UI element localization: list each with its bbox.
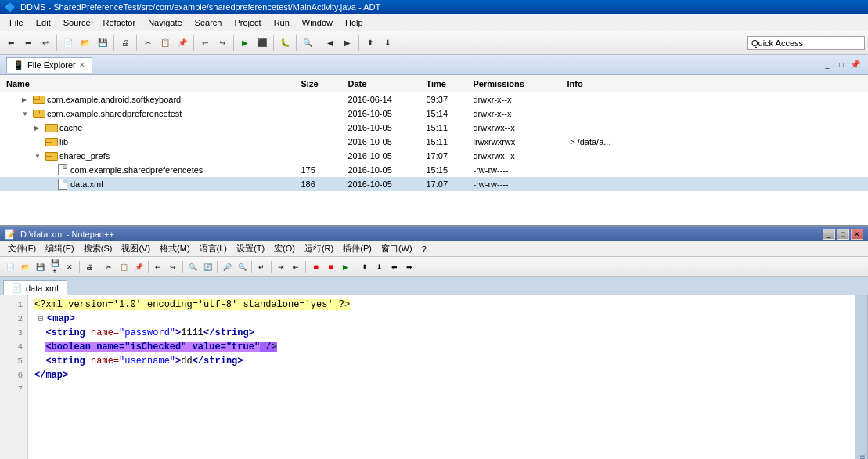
np-unindent[interactable]: ⇤ [289,260,303,274]
toolbar-btn-next[interactable]: ▶ [340,35,355,51]
file-tab-data-xml[interactable]: 📄 data.xml [3,280,67,295]
line-num-6: 6 [0,368,27,382]
np-menu-lang[interactable]: 语言(L) [195,242,232,255]
np-redo[interactable]: ↪ [166,260,180,274]
np-sync2[interactable]: ⬇ [373,260,387,274]
menu-run[interactable]: Run [268,16,296,29]
menu-refactor[interactable]: Refactor [97,16,142,29]
toolbar-btn-nav1[interactable]: ⬆ [362,35,378,51]
np-paste[interactable]: 📌 [131,260,146,274]
np-zoom-in[interactable]: 🔎 [220,260,234,274]
file-explorer-tab[interactable]: 📱 File Explorer ✕ [6,57,92,73]
np-close[interactable]: ✕ [63,260,77,274]
notepad-restore-btn[interactable]: □ [837,229,849,240]
np-save-all[interactable]: 💾+ [48,260,62,274]
np-find[interactable]: 🔍 [185,260,200,274]
panel-pin[interactable]: 📌 [849,59,862,71]
toolbar-btn-new[interactable]: 📄 [60,35,76,51]
np-sync4[interactable]: ➡ [402,260,416,274]
np-menu-search[interactable]: 搜索(S) [79,242,117,255]
menu-window[interactable]: Window [296,16,339,29]
menu-project[interactable]: Project [228,16,267,29]
tree-time: 15:11 [427,137,474,146]
menu-edit[interactable]: Edit [30,16,57,29]
fold-indicator[interactable]: ⊟ [34,313,47,327]
np-undo[interactable]: ↩ [151,260,165,274]
toolbar-btn-nav2[interactable]: ⬇ [380,35,395,51]
toolbar-btn-2[interactable]: ⬅ [20,35,36,51]
toolbar-btn-print[interactable]: 🖨 [117,35,133,51]
toolbar-btn-run[interactable]: ▶ [237,35,253,51]
np-cut[interactable]: ✂ [102,260,116,274]
toolbar-btn-undo[interactable]: ↩ [197,35,213,51]
np-copy[interactable]: 📋 [117,260,131,274]
left-panel: H [855,295,868,459]
np-menu-macro[interactable]: 宏(O) [269,242,300,255]
tree-row[interactable]: ▶ lib 2016-10-05 15:11 lrwxrwxrwx -> /da… [0,135,868,149]
np-replace[interactable]: 🔄 [200,260,214,274]
code-area[interactable]: <?xml version='1.0' encoding='utf-8' sta… [28,295,855,459]
toolbar-btn-1[interactable]: ⬅ [3,35,19,51]
np-print[interactable]: 🖨 [82,260,96,274]
np-macro-stop[interactable]: ⏹ [323,260,337,274]
toolbar-btn-copy[interactable]: 📋 [157,35,173,51]
toolbar-btn-search[interactable]: 🔍 [300,35,315,51]
tree-item-name: lib [59,137,68,146]
toolbar-btn-open[interactable]: 📂 [77,35,93,51]
expand-arrow[interactable]: ▶ [34,125,42,132]
tree-row[interactable]: ▶ com.example.sharedpreferencetes 175 20… [0,163,868,177]
menu-search[interactable]: Search [189,16,229,29]
np-menu-help[interactable]: ? [417,244,431,255]
menu-navigate[interactable]: Navigate [142,16,188,29]
toolbar-btn-stop[interactable]: ⬛ [254,35,270,51]
toolbar-btn-cut[interactable]: ✂ [140,35,156,51]
np-menu-view[interactable]: 视图(V) [117,242,155,255]
np-menu-file[interactable]: 文件(F) [3,242,41,255]
code-editor[interactable]: 1 2 3 4 5 6 7 <?xml version='1.0' encodi… [0,295,868,459]
np-macro-rec[interactable]: ⏺ [308,260,322,274]
xml-attr-name: name= [91,327,119,338]
tree-row[interactable]: ▼ com.example.sharedpreferencetest 2016-… [0,107,868,121]
code-line-5: <string name="username">dd</string> [34,354,849,368]
toolbar-btn-redo[interactable]: ↪ [214,35,230,51]
np-new[interactable]: 📄 [3,260,17,274]
toolbar-btn-3[interactable]: ↩ [38,35,53,51]
expand-arrow[interactable]: ▶ [22,96,30,103]
expand-arrow[interactable]: ▼ [22,110,30,117]
np-menu-run[interactable]: 运行(R) [300,242,338,255]
np-sync3[interactable]: ⬅ [387,260,402,274]
toolbar-btn-debug[interactable]: 🐛 [277,35,293,51]
np-menu-edit[interactable]: 编辑(E) [41,242,79,255]
panel-minimize[interactable]: _ [821,59,834,71]
notepad-close-btn[interactable]: ✕ [851,229,863,240]
np-zoom-out[interactable]: 🔍 [235,260,249,274]
toolbar-btn-prev[interactable]: ◀ [322,35,338,51]
menu-source[interactable]: Source [57,16,97,29]
file-tree-header: Name Size Date Time Permissions Info [0,75,868,92]
tree-row[interactable]: ▶ data.xml 186 2016-10-05 17:07 -rw-rw--… [0,177,868,191]
np-macro-play[interactable]: ▶ [338,260,352,274]
tree-row[interactable]: ▼ shared_prefs 2016-10-05 17:07 drwxrwx-… [0,149,868,163]
np-menu-window[interactable]: 窗口(W) [376,242,417,255]
folder-icon [33,96,44,104]
file-explorer-close[interactable]: ✕ [79,61,85,69]
panel-maximize[interactable]: □ [835,59,848,71]
np-menu-settings[interactable]: 设置(T) [232,242,269,255]
toolbar-btn-paste[interactable]: 📌 [175,35,190,51]
menu-help[interactable]: Help [339,16,369,29]
quick-access-box[interactable]: Quick Access [747,36,865,50]
menu-file[interactable]: File [3,16,30,29]
expand-arrow[interactable]: ▼ [34,153,42,160]
np-save[interactable]: 💾 [33,260,47,274]
tree-row[interactable]: ▶ cache 2016-10-05 15:11 drwxrwx--x [0,121,868,135]
notepad-minimize-btn[interactable]: _ [823,229,835,240]
tree-row[interactable]: ▶ com.example.android.softkeyboard 2016-… [0,92,868,107]
toolbar-btn-save[interactable]: 💾 [95,35,110,51]
np-open[interactable]: 📂 [18,260,32,274]
np-sync1[interactable]: ⬆ [358,260,372,274]
np-menu-plugin[interactable]: 插件(P) [338,242,376,255]
notepad-toolbar: 📄 📂 💾 💾+ ✕ 🖨 ✂ 📋 📌 ↩ ↪ 🔍 🔄 🔎 🔍 ↵ ⇥ ⇤ ⏺ ⏹… [0,257,868,277]
np-indent[interactable]: ⇥ [274,260,288,274]
np-word-wrap[interactable]: ↵ [254,260,268,274]
np-menu-format[interactable]: 格式(M) [155,242,195,255]
